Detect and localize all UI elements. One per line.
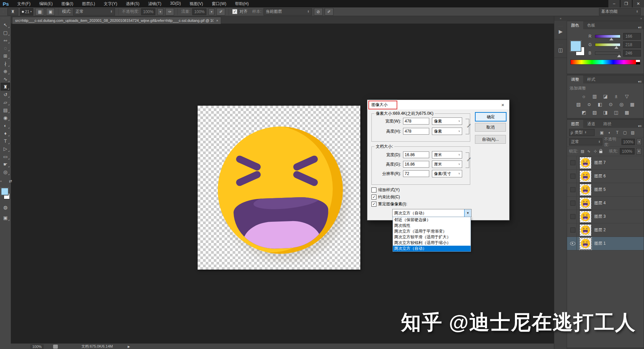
opacity-value[interactable]: 100% — [141, 8, 155, 15]
zoom-tool[interactable]: ◎ — [1, 168, 10, 176]
toggle-brush-panel-button[interactable]: ▦ — [35, 8, 44, 15]
field-input[interactable] — [403, 161, 429, 168]
channel-slider[interactable] — [595, 43, 620, 46]
airbrush-button[interactable]: ✐ — [216, 8, 225, 15]
3d-panel-button[interactable]: :::::: ◫ — [554, 39, 567, 58]
channel-slider[interactable] — [595, 51, 620, 55]
unit-select[interactable]: 像素/英寸˅ — [432, 170, 462, 177]
dropdown-option[interactable]: 邻近（保留硬边缘） — [393, 217, 471, 223]
align-checkbox[interactable]: ✓ — [232, 9, 237, 14]
channel-value[interactable]: 166 — [623, 33, 641, 40]
menu-item[interactable]: 图层(L) — [78, 1, 99, 7]
clone-source-panel-button[interactable]: ▣ — [46, 8, 55, 15]
current-tool-icon[interactable]: ♜ — [7, 8, 18, 15]
layer-row[interactable]: > < 图层 6 — [567, 170, 644, 183]
visibility-checkbox[interactable] — [570, 214, 575, 219]
panel-tab[interactable]: 路径 — [599, 120, 615, 128]
unit-select[interactable]: 像素˅ — [432, 117, 462, 125]
eye-icon[interactable] — [570, 242, 575, 245]
filter-smart-objects-icon[interactable]: ▨ — [630, 130, 636, 135]
lock-position-icon[interactable]: ⊹ — [593, 149, 598, 153]
panel-tab[interactable]: 通道 — [583, 120, 599, 128]
visibility-toggle[interactable] — [569, 223, 577, 237]
quick-mask-button[interactable]: ◍ — [1, 203, 10, 211]
document-tab[interactable]: src=http___c-ssl.duitang.com_uploads_ite… — [12, 17, 221, 24]
eraser-tool[interactable]: ▱ — [1, 98, 10, 106]
blur-tool[interactable]: ◉ — [1, 114, 10, 121]
history-brush-tool[interactable]: ↺ — [1, 91, 10, 98]
color-balance-icon[interactable]: ≎ — [586, 101, 593, 107]
black-swatch[interactable] — [636, 62, 640, 64]
field-input[interactable] — [403, 128, 429, 135]
ignore-adjustment-layers-button[interactable]: ⊘ — [314, 8, 323, 15]
panel-tab[interactable]: 色板 — [583, 21, 599, 29]
checkbox[interactable]: ✓ — [371, 202, 376, 207]
visibility-toggle[interactable] — [569, 183, 577, 196]
ok-button[interactable]: 确定 — [475, 112, 507, 121]
visibility-checkbox[interactable] — [570, 160, 575, 165]
rectangle-tool[interactable]: ▭ — [1, 152, 10, 160]
dropdown-option[interactable]: 两次立方（适用于平滑渐变） — [393, 229, 471, 234]
layer-row[interactable]: > < 图层 4 — [567, 197, 644, 210]
filter-pixel-layers-icon[interactable]: ▣ — [599, 130, 605, 135]
selective-color-icon[interactable]: ▩ — [623, 109, 631, 115]
menu-item[interactable]: 帮助(H) — [231, 1, 253, 7]
auto-button[interactable]: 自动(A)... — [475, 135, 506, 144]
menu-item[interactable]: 编辑(E) — [35, 1, 57, 7]
menu-item[interactable]: 滤镜(T) — [144, 1, 166, 7]
brightness-contrast-icon[interactable]: ☼ — [580, 93, 588, 99]
white-swatch[interactable] — [636, 60, 640, 62]
panel-menu-icon[interactable]: ▾≡ — [636, 124, 644, 128]
status-options-arrow[interactable]: ▶ — [128, 345, 130, 348]
dropdown-option[interactable]: 两次立方（自动） — [393, 246, 471, 251]
opacity-dropdown-button[interactable]: ▾ — [637, 139, 642, 145]
dropdown-option[interactable]: 两次线性 — [393, 223, 471, 229]
field-input[interactable] — [403, 151, 429, 158]
checkbox-row[interactable]: ✓ 重定图像像素(I): — [371, 201, 407, 207]
curves-icon[interactable]: ◪ — [602, 93, 609, 99]
visibility-toggle[interactable] — [569, 170, 577, 183]
document-canvas[interactable] — [198, 106, 360, 270]
minimize-button[interactable]: – — [608, 0, 620, 7]
layer-row[interactable]: > < 图层 5 — [567, 183, 644, 197]
menu-item[interactable]: 文件(F) — [13, 1, 35, 7]
visibility-checkbox[interactable] — [570, 187, 575, 192]
field-input[interactable] — [403, 170, 429, 177]
foreground-color-swatch[interactable] — [570, 41, 581, 51]
hand-tool[interactable]: ☛ — [1, 160, 10, 168]
fill-value[interactable]: 100% — [620, 148, 635, 154]
photo-filter-icon[interactable]: ⊙ — [607, 101, 614, 107]
layer-thumbnail[interactable]: > < — [579, 170, 592, 182]
fill-dropdown-button[interactable]: ▾ — [636, 148, 642, 154]
slider-thumb-icon[interactable] — [617, 55, 621, 57]
menu-item[interactable]: 3D(D) — [166, 1, 185, 7]
layer-thumbnail[interactable]: > < — [579, 238, 592, 250]
gradient-map-icon[interactable]: ◫ — [612, 109, 620, 115]
crop-tool[interactable]: ⊞ — [1, 52, 10, 60]
invert-icon[interactable]: ◩ — [580, 109, 588, 115]
layer-row[interactable]: > < 图层 3 — [567, 210, 644, 223]
filter-shape-layers-icon[interactable]: ▢ — [622, 130, 628, 135]
close-button[interactable]: ✕ — [633, 0, 644, 7]
sample-select[interactable]: 当前图层 ⇕ — [264, 8, 312, 15]
gradient-tool[interactable]: ▤ — [1, 106, 10, 114]
visibility-checkbox[interactable] — [570, 228, 575, 233]
flow-dropdown-button[interactable]: ▾ — [208, 8, 214, 15]
unit-select[interactable]: 像素˅ — [432, 128, 462, 135]
filter-adjustment-layers-icon[interactable]: ◐ — [607, 130, 612, 135]
threshold-icon[interactable]: ◨ — [602, 109, 609, 115]
visibility-toggle[interactable] — [569, 210, 577, 223]
filter-type-layers-icon[interactable]: T — [614, 130, 620, 135]
eyedropper-tool[interactable]: ∤ — [1, 60, 10, 67]
unit-select[interactable]: 厘米˅ — [432, 151, 462, 159]
visibility-toggle[interactable] — [569, 237, 577, 250]
layer-thumbnail[interactable]: > < — [579, 224, 592, 236]
menu-item[interactable]: 图像(I) — [57, 1, 78, 7]
unit-select[interactable]: 厘米˅ — [432, 161, 462, 168]
expand-panels-button[interactable]: » — [567, 16, 644, 21]
panel-tab[interactable]: 图层 — [567, 120, 583, 128]
pressure-opacity-button[interactable]: ✑ — [165, 8, 174, 15]
lock-transparency-icon[interactable]: ▨ — [580, 149, 585, 153]
dodge-tool[interactable]: ◐ — [1, 121, 10, 129]
black-white-icon[interactable]: ◧ — [596, 101, 604, 107]
